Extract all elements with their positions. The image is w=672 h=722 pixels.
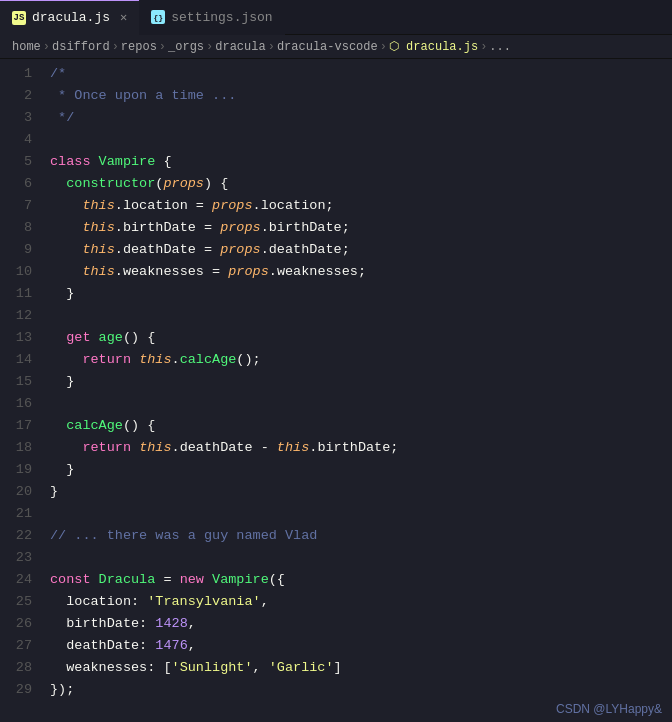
code-line-10: this.weaknesses = props.weaknesses; <box>50 261 672 283</box>
line-num: 18 <box>0 437 32 459</box>
code-line-18: return this.deathDate - this.birthDate; <box>50 437 672 459</box>
code-line-3: */ <box>50 107 672 129</box>
code-line-4 <box>50 129 672 151</box>
code-line-26: birthDate: 1428, <box>50 613 672 635</box>
line-num: 21 <box>0 503 32 525</box>
code-line-7: this.location = props.location; <box>50 195 672 217</box>
line-num: 13 <box>0 327 32 349</box>
line-num: 25 <box>0 591 32 613</box>
code-line-24: const Dracula = new Vampire({ <box>50 569 672 591</box>
line-num: 1 <box>0 63 32 85</box>
code-line-21 <box>50 503 672 525</box>
code-line-11: } <box>50 283 672 305</box>
code-line-8: this.birthDate = props.birthDate; <box>50 217 672 239</box>
code-line-27: deathDate: 1476, <box>50 635 672 657</box>
line-num: 20 <box>0 481 32 503</box>
line-num: 6 <box>0 173 32 195</box>
code-line-22: // ... there was a guy named Vlad <box>50 525 672 547</box>
line-num: 19 <box>0 459 32 481</box>
line-num: 26 <box>0 613 32 635</box>
code-line-23 <box>50 547 672 569</box>
tab-settings-json[interactable]: {} settings.json <box>139 0 284 35</box>
tab-close-icon[interactable]: ✕ <box>120 10 127 25</box>
line-num: 11 <box>0 283 32 305</box>
code-line-16 <box>50 393 672 415</box>
code-line-13: get age() { <box>50 327 672 349</box>
line-num: 14 <box>0 349 32 371</box>
code-line-6: constructor(props) { <box>50 173 672 195</box>
line-num: 2 <box>0 85 32 107</box>
line-num: 7 <box>0 195 32 217</box>
line-num: 29 <box>0 679 32 701</box>
tab-label: dracula.js <box>32 10 110 25</box>
line-num: 28 <box>0 657 32 679</box>
code-line-15: } <box>50 371 672 393</box>
code-line-2: * Once upon a time ... <box>50 85 672 107</box>
code-line-19: } <box>50 459 672 481</box>
code-area: /* * Once upon a time ... */ class Vampi… <box>42 59 672 721</box>
code-line-9: this.deathDate = props.deathDate; <box>50 239 672 261</box>
line-num: 17 <box>0 415 32 437</box>
line-num: 27 <box>0 635 32 657</box>
line-num: 4 <box>0 129 32 151</box>
code-line-20: } <box>50 481 672 503</box>
tab-label: settings.json <box>171 10 272 25</box>
line-num: 3 <box>0 107 32 129</box>
code-line-17: calcAge() { <box>50 415 672 437</box>
line-num: 15 <box>0 371 32 393</box>
code-line-28: weaknesses: ['Sunlight', 'Garlic'] <box>50 657 672 679</box>
line-num: 16 <box>0 393 32 415</box>
line-num: 10 <box>0 261 32 283</box>
breadcrumb: home › dsifford › repos › _orgs › dracul… <box>0 35 672 59</box>
js-icon: JS <box>12 11 26 25</box>
line-numbers: 1 2 3 4 5 6 7 8 9 10 11 12 13 14 15 16 1… <box>0 59 42 721</box>
line-num: 24 <box>0 569 32 591</box>
code-line-12 <box>50 305 672 327</box>
json-icon: {} <box>151 10 165 24</box>
tab-dracula-js[interactable]: JS dracula.js ✕ <box>0 0 139 35</box>
line-num: 5 <box>0 151 32 173</box>
line-num: 23 <box>0 547 32 569</box>
code-line-1: /* <box>50 63 672 85</box>
code-line-14: return this.calcAge(); <box>50 349 672 371</box>
line-num: 9 <box>0 239 32 261</box>
tab-bar: JS dracula.js ✕ {} settings.json <box>0 0 672 35</box>
line-num: 22 <box>0 525 32 547</box>
line-num: 8 <box>0 217 32 239</box>
editor: 1 2 3 4 5 6 7 8 9 10 11 12 13 14 15 16 1… <box>0 59 672 721</box>
code-line-5: class Vampire { <box>50 151 672 173</box>
code-line-29: }); <box>50 679 672 701</box>
code-line-25: location: 'Transylvania', <box>50 591 672 613</box>
watermark: CSDN @LYHappy& <box>556 702 662 716</box>
line-num: 12 <box>0 305 32 327</box>
